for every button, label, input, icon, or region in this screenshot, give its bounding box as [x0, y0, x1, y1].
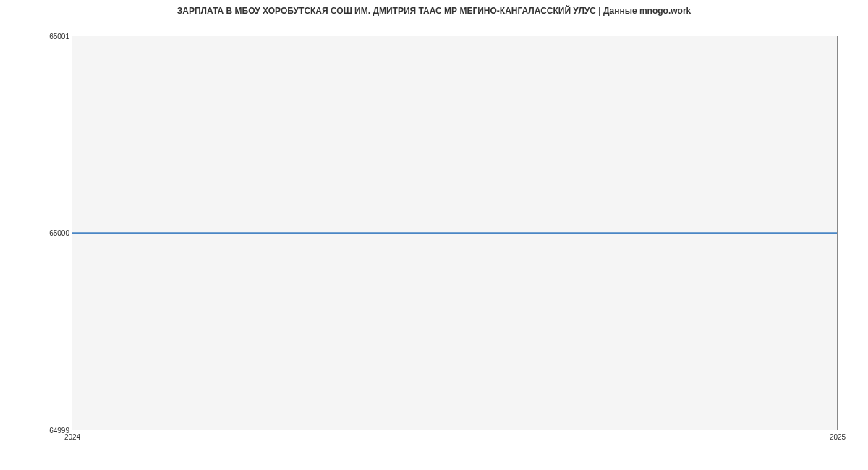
- data-line: [72, 232, 837, 234]
- plot-area: [72, 36, 838, 430]
- y-tick-mid: 65000: [49, 229, 69, 237]
- x-tick-right: 2025: [830, 433, 846, 441]
- chart-container: ЗАРПЛАТА В МБОУ ХОРОБУТСКАЯ СОШ ИМ. ДМИТ…: [0, 0, 868, 470]
- chart-title: ЗАРПЛАТА В МБОУ ХОРОБУТСКАЯ СОШ ИМ. ДМИТ…: [0, 6, 868, 16]
- y-tick-top: 65001: [49, 33, 69, 40]
- x-tick-left: 2024: [64, 433, 80, 441]
